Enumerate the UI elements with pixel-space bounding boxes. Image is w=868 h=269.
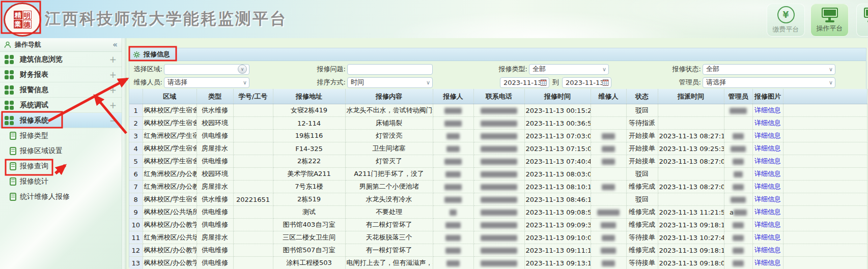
cell-content: 男厕第二个小便池堵 [345,181,433,193]
detail-link[interactable]: 详细信息 [754,132,781,139]
cell-num: 7 [129,181,143,193]
cell-content: 卫生间堵塞 [345,142,433,155]
calendar-icon[interactable] [602,79,609,86]
cell-repairer [591,104,626,117]
cell-num: 9 [129,206,143,219]
detail-link[interactable]: 详细信息 [754,106,781,114]
cell-address: F14-325 [273,142,345,155]
grid-icon [5,116,14,125]
area-combo[interactable]: ∨ [164,64,249,75]
payment-platform-label: 缴费平台 [773,25,799,34]
expand-icon[interactable]: + [109,54,117,65]
payment-platform-button[interactable]: ¥ 缴费平台 [767,4,805,37]
cell-image: 详细信息 [752,104,783,117]
cell-phone [473,193,524,206]
detail-link[interactable]: 详细信息 [754,144,781,152]
document-icon [10,162,16,170]
redacted-text [602,146,615,152]
cell-phone [473,231,524,244]
detail-link[interactable]: 详细信息 [754,183,781,190]
detail-link[interactable]: 详细信息 [754,233,781,241]
cell-extra [783,155,867,168]
dropdown-circle-icon[interactable]: ∨ [238,65,247,74]
worker-select[interactable]: 请选择 ∨ [164,77,249,88]
cell-image: 详细信息 [752,181,783,193]
admin-select[interactable]: 请选择 ∨ [703,77,835,88]
detail-link[interactable]: 详细信息 [754,208,781,216]
redacted-text [481,133,517,139]
sidebar-subitem[interactable]: 报修统计 [0,174,122,189]
detail-link[interactable]: 详细信息 [754,195,781,203]
sidebar-item-label: 报修系统 [20,116,48,125]
cell-assign-time [658,193,724,206]
cell-assign-time: 2023-11-13 09:18:16 [658,219,724,231]
cell-phone [473,244,524,257]
cell-phone [473,206,524,219]
cell-image: 详细信息 [752,155,783,168]
redacted-text [481,197,517,203]
sidebar-subitem[interactable]: 报修查询 [0,159,122,174]
cell-area: 枫林校区/学生宿舍 [143,193,197,206]
table-header-row: 区域类型学号/工号报修地址报修内容报修人联系电话报修时间维修人状态指派时间管理员… [129,89,867,104]
detail-link[interactable]: 详细信息 [754,221,781,228]
detail-link[interactable]: 详细信息 [754,246,781,254]
cell-admin [724,117,752,130]
expand-icon[interactable]: + [109,100,117,110]
col-header-address: 报修地址 [273,89,345,104]
redacted-text [597,210,620,216]
cell-type: 供电维修 [197,130,233,142]
detail-link[interactable]: 详细信息 [754,259,781,266]
sidebar-item[interactable]: 报警信息+ [0,82,122,98]
document-icon [10,193,16,201]
redacted-text [446,260,460,266]
cell-image: 详细信息 [752,257,783,269]
sidebar-item[interactable]: 建筑信息浏览+ [0,52,122,67]
expand-icon[interactable]: − [109,115,117,126]
cell-address: 美术学院A211 [273,168,345,181]
sidebar-subitem[interactable]: 统计维修人报修 [0,189,122,204]
cell-area: 红角洲校区/公共场所 [143,231,197,244]
cell-repairer [591,231,626,244]
detail-link[interactable]: 详细信息 [754,170,781,177]
cell-repairer [591,257,626,269]
calendar-icon[interactable] [540,79,547,86]
sidebar-item[interactable]: 系统调试+ [0,98,122,113]
sidebar-item[interactable]: 财务报表+ [0,67,122,82]
cell-content: 灯管没亮 [345,130,433,142]
date-from-input[interactable]: 2023-11-13 [500,77,549,88]
system-platform-button-partial[interactable]: 系 [856,4,868,37]
sort-select[interactable]: 时间 ∨ [347,77,433,88]
operation-platform-button[interactable]: 操作平台 [810,4,849,37]
cell-type: 供电维修 [197,206,233,219]
seal-characters: 精 明 業 德 [14,11,32,28]
expand-icon[interactable]: + [109,70,117,80]
cell-phone [473,117,524,130]
cell-area: 枫林校区/办公教学 [143,219,197,231]
issue-input[interactable] [347,64,433,75]
detail-link[interactable]: 详细信息 [754,157,781,165]
cell-content: 灯管灭了 [345,155,433,168]
date-to-input[interactable]: 2023-11-13 [562,77,611,88]
redacted-text [602,260,615,266]
panel-splitter[interactable] [122,38,126,269]
sidebar-subitem[interactable]: 报修区域设置 [0,143,122,159]
cell-extra [783,244,867,257]
cell-reporter [433,193,473,206]
status-select[interactable]: 全部 ∨ [703,64,835,75]
sidebar-header: 操作导航 « [0,38,122,52]
sidebar-item[interactable]: 报修系统− [0,113,122,128]
sidebar-title: 操作导航 [15,40,41,49]
collapse-sidebar-icon[interactable]: « [113,40,118,49]
cell-assign-time: 2023-11-13 09:18:05 [658,257,724,269]
cell-image: 详细信息 [752,193,783,206]
cell-image: 详细信息 [752,206,783,219]
detail-link[interactable]: 详细信息 [754,119,781,127]
col-header-repairer: 维修人 [591,89,626,104]
cell-address: 12-114 [273,117,345,130]
type-select[interactable]: 全部 ∨ [529,64,609,75]
expand-icon[interactable]: + [109,85,117,95]
sidebar-subitem[interactable]: 报修类型 [0,128,122,143]
cell-student-id [233,130,273,142]
cell-content: 不要处理 [345,206,433,219]
redacted-text [444,108,462,114]
